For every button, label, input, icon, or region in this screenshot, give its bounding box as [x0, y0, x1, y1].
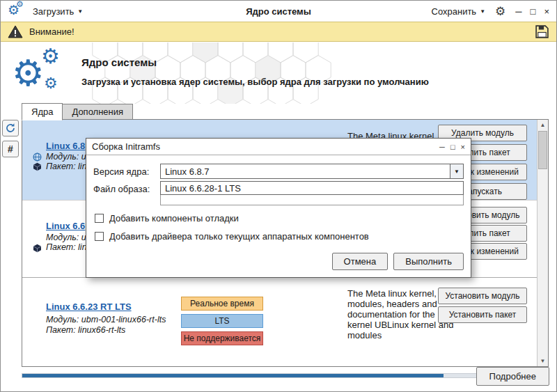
image-file-dropdown-area[interactable] — [160, 195, 464, 205]
kernel-version-combobox[interactable]: Linux 6.8.7 ▼ — [160, 164, 464, 179]
warning-bar: Внимание! — [1, 22, 556, 42]
kernel-package-label: Пакет: lin — [46, 242, 87, 252]
dialog-maximize-button[interactable]: □ — [450, 143, 455, 151]
unsupported-badge: Не поддерживается — [181, 331, 263, 345]
debug-components-label: Добавить компоненты отладки — [109, 213, 239, 224]
kernel-module-label: Модуль: u — [46, 152, 86, 162]
dialog-close-button[interactable]: × — [461, 143, 465, 151]
lts-badge: LTS — [181, 314, 263, 328]
app-window: ⚙ ⚙ Загрузить ▼ Ядро системы Сохранить ▼… — [0, 0, 557, 392]
initramfs-dialog: Сборка Initramfs ─ □ × Версия ядра: Linu… — [86, 138, 471, 278]
app-logo-gears-icon: ⚙ ⚙ — [8, 3, 24, 19]
scroll-up-icon[interactable]: ▲ — [538, 120, 548, 130]
current-hardware-checkbox-row[interactable]: Добавить драйвера только текущих аппарат… — [95, 231, 464, 242]
load-menu-button[interactable]: Загрузить ▼ — [33, 6, 83, 17]
warning-triangle-icon — [8, 25, 23, 38]
kernel-package-label: Пакет: lin — [46, 162, 87, 171]
chevron-down-icon: ▼ — [480, 8, 485, 15]
combobox-dropdown-button[interactable]: ▼ — [450, 164, 463, 178]
image-file-label: Файл образа: — [93, 181, 160, 194]
chevron-down-icon: ▼ — [454, 168, 460, 175]
page-subtitle: Загрузка и установка ядер системы, выбор… — [81, 77, 429, 87]
kernel-row-linux-6-6-23-rt-lts[interactable]: Linux 6.6.23 RT LTS Модуль: ubm-001-linu… — [22, 279, 537, 367]
close-button[interactable]: × — [544, 6, 549, 17]
kernel-version-value: Linux 6.8.7 — [161, 164, 450, 178]
load-menu-label: Загрузить — [33, 6, 74, 17]
tab-kernels[interactable]: Ядра — [22, 103, 63, 120]
package-box-icon — [33, 162, 42, 171]
tab-bar: Ядра Дополнения — [22, 103, 133, 120]
debug-components-checkbox-row[interactable]: Добавить компоненты отладки — [95, 213, 464, 224]
save-menu-label: Сохранить — [432, 6, 477, 17]
realtime-badge: Реальное время — [181, 297, 263, 311]
kernel-badges: Реальное время LTS Не поддерживается — [181, 297, 265, 349]
vertical-scrollbar[interactable]: ▲ ▼ — [537, 120, 548, 366]
progress-bar — [22, 373, 481, 378]
run-button[interactable]: Выполнить — [393, 253, 464, 270]
settings-gear-icon[interactable]: ⚙ — [495, 4, 505, 19]
checkbox-unchecked-icon[interactable] — [95, 232, 104, 241]
progress-fill — [22, 374, 444, 377]
package-box-icon — [33, 244, 42, 253]
dialog-title: Сборка Initramfs — [92, 141, 439, 152]
checkbox-unchecked-icon[interactable] — [95, 214, 104, 223]
warning-text: Внимание! — [29, 26, 74, 37]
cancel-button[interactable]: Отмена — [332, 253, 389, 270]
install-module-button[interactable]: Установить модуль — [438, 288, 527, 304]
kernel-module-label: Модуль: u — [46, 233, 86, 242]
details-button[interactable]: Подробнее — [476, 367, 549, 386]
current-hardware-label: Добавить драйвера только текущих аппарат… — [109, 231, 369, 242]
kernel-package-label: Пакет: linux66-rt-lts — [46, 325, 125, 335]
titlebar: ⚙ ⚙ Загрузить ▼ Ядро системы Сохранить ▼… — [1, 1, 556, 22]
hash-button[interactable]: # — [2, 141, 19, 157]
maximize-button[interactable]: □ — [531, 6, 536, 17]
refresh-icon — [5, 123, 16, 134]
scroll-down-icon[interactable]: ▼ — [538, 356, 548, 366]
page-title: Ядро системы — [81, 56, 429, 68]
refresh-button[interactable] — [2, 120, 19, 136]
kernel-module-label: Модуль: ubm-001-linux66-rt-lts — [46, 315, 166, 324]
kernel-gears-icon: ⚙ ⚙ ⚙ — [12, 47, 76, 101]
kernel-version-label: Версия ядра: — [93, 164, 160, 179]
kernel-name-link[interactable]: Linux 6.8 — [46, 141, 85, 151]
kernel-name-link[interactable]: Linux 6.6 — [46, 221, 85, 231]
save-menu-button[interactable]: Сохранить ▼ — [432, 6, 486, 17]
image-file-input[interactable]: Linux 6.6.28-1 LTS — [160, 181, 464, 195]
kernel-name-link[interactable]: Linux 6.6.23 RT LTS — [46, 301, 132, 312]
dialog-minimize-button[interactable]: ─ — [439, 143, 445, 151]
dialog-titlebar: Сборка Initramfs ─ □ × — [86, 139, 471, 155]
minimize-button[interactable]: ─ — [515, 6, 521, 17]
chevron-down-icon: ▼ — [77, 8, 83, 15]
hash-icon: # — [8, 143, 13, 155]
scrollbar-thumb[interactable] — [538, 131, 547, 169]
save-file-icon[interactable] — [535, 24, 549, 39]
page-header: ⚙ ⚙ ⚙ Ядро системы Загрузка и установка … — [1, 42, 556, 104]
tab-addons[interactable]: Дополнения — [63, 104, 133, 120]
module-globe-icon — [33, 152, 42, 162]
install-package-button[interactable]: Установить пакет — [438, 306, 527, 323]
